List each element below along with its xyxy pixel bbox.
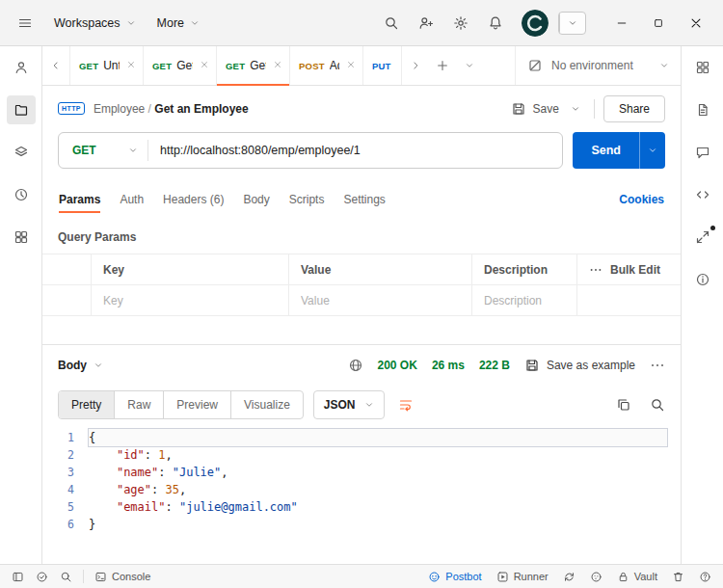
- send-options-chevron[interactable]: [639, 132, 665, 169]
- table-row: [42, 284, 681, 315]
- documentation-panel-button[interactable]: [688, 95, 717, 124]
- close-tab-icon[interactable]: [124, 57, 138, 74]
- console-button[interactable]: Console: [89, 568, 156, 586]
- upgrade-chevron[interactable]: [559, 13, 585, 34]
- settings-button[interactable]: [444, 8, 477, 39]
- main-menu-button[interactable]: [8, 8, 42, 39]
- tab-put-request[interactable]: PUT: [363, 46, 402, 85]
- help-icon: [699, 571, 711, 583]
- sidebar-item-collections[interactable]: [7, 95, 36, 124]
- maximize-button[interactable]: [640, 10, 677, 37]
- sidebar-item-environments[interactable]: [7, 138, 36, 167]
- sidebar-item-apis[interactable]: [7, 223, 36, 252]
- view-visualize-button[interactable]: Visualize: [230, 391, 303, 418]
- auto-select-agent-button[interactable]: [557, 568, 581, 586]
- postbot-button[interactable]: Postbot: [422, 568, 487, 586]
- tab-get-a[interactable]: GET Get A: [144, 46, 217, 85]
- tabs-scroll-right-button[interactable]: [402, 46, 429, 85]
- network-info-button[interactable]: [348, 358, 363, 373]
- trash-button[interactable]: [666, 568, 690, 586]
- code-line[interactable]: 5 "email": "julie@gmail.com": [42, 498, 667, 516]
- wrap-lines-button[interactable]: [394, 391, 417, 418]
- code-line[interactable]: 6}: [42, 516, 667, 533]
- code-text: "id": 1,: [89, 446, 667, 464]
- notifications-button[interactable]: [479, 8, 512, 39]
- tab-options-button[interactable]: [456, 46, 483, 85]
- tab-get-an-employee-active[interactable]: GET Get a: [217, 46, 290, 85]
- breadcrumb-collection[interactable]: Employee: [94, 102, 145, 116]
- tabs-scroll-left-button[interactable]: [42, 46, 69, 85]
- send-button[interactable]: Send: [573, 132, 639, 169]
- url-input[interactable]: [148, 133, 562, 168]
- close-tab-icon[interactable]: [198, 57, 211, 74]
- tab-body[interactable]: Body: [243, 181, 269, 217]
- bulk-edit-button[interactable]: Bulk Edit: [610, 263, 660, 277]
- info-panel-button[interactable]: [688, 265, 717, 294]
- connection-status-button[interactable]: [30, 568, 54, 586]
- more-menu[interactable]: More: [147, 11, 209, 36]
- view-preview-button[interactable]: Preview: [163, 391, 230, 418]
- key-cell: [91, 285, 288, 315]
- search-button[interactable]: [375, 8, 408, 39]
- environment-quick-look-button[interactable]: [688, 53, 717, 82]
- response-body-dropdown[interactable]: Body: [58, 359, 103, 372]
- sidebar-item-overview[interactable]: [7, 53, 36, 82]
- save-options-chevron[interactable]: [566, 98, 585, 120]
- new-tab-button[interactable]: [429, 46, 456, 85]
- view-raw-button[interactable]: Raw: [114, 391, 163, 418]
- cookies-manager-button[interactable]: [584, 568, 608, 586]
- avatar[interactable]: [522, 10, 549, 37]
- environment-selector[interactable]: No environment: [515, 46, 681, 85]
- sidebar-item-history[interactable]: [7, 180, 36, 209]
- code-editor[interactable]: 1{2 "id": 1,3 "name": "Julie",4 "age": 3…: [42, 424, 681, 564]
- bell-icon: [488, 15, 503, 31]
- param-description-input[interactable]: [484, 294, 565, 307]
- close-button[interactable]: [677, 9, 715, 38]
- response-more-options-button[interactable]: [650, 358, 665, 373]
- param-key-input[interactable]: [103, 294, 277, 307]
- status-badge[interactable]: 200 OK: [378, 359, 417, 372]
- tab-add[interactable]: POST Add: [290, 46, 363, 85]
- format-dropdown[interactable]: JSON: [313, 390, 385, 419]
- invite-button[interactable]: [410, 8, 442, 39]
- workspaces-menu[interactable]: Workspaces: [44, 11, 146, 36]
- search-response-button[interactable]: [650, 397, 665, 413]
- share-button[interactable]: Share: [603, 95, 665, 122]
- vault-button[interactable]: Vault: [611, 568, 663, 586]
- close-tab-icon[interactable]: [271, 57, 284, 74]
- cookie-icon: [590, 571, 602, 583]
- view-pretty-button[interactable]: Pretty: [59, 391, 114, 418]
- response-time[interactable]: 26 ms: [432, 359, 465, 372]
- code-snippet-panel-button[interactable]: [688, 180, 717, 209]
- param-value-input[interactable]: [301, 294, 460, 307]
- breadcrumb-request-name[interactable]: Get an Employee: [154, 102, 248, 116]
- tab-scripts[interactable]: Scripts: [289, 181, 325, 217]
- close-tab-icon[interactable]: [344, 57, 358, 74]
- more-options-icon[interactable]: [589, 263, 602, 277]
- help-button[interactable]: [693, 568, 717, 586]
- tab-auth[interactable]: Auth: [120, 181, 144, 217]
- copy-response-button[interactable]: [616, 397, 631, 413]
- tab-label: Untitl: [103, 59, 120, 72]
- code-line[interactable]: 3 "name": "Julie",: [42, 464, 667, 481]
- related-requests-button[interactable]: [688, 223, 717, 252]
- value-cell: [288, 285, 471, 315]
- tab-params[interactable]: Params: [59, 181, 100, 217]
- toggle-sidebar-button[interactable]: [6, 568, 30, 586]
- tab-headers[interactable]: Headers (6): [163, 181, 224, 217]
- code-line[interactable]: 2 "id": 1,: [42, 446, 667, 464]
- comments-panel-button[interactable]: [688, 138, 717, 167]
- find-replace-button[interactable]: [54, 568, 78, 586]
- code-line[interactable]: 1{: [42, 429, 667, 446]
- runner-button[interactable]: Runner: [491, 568, 554, 586]
- tab-method: GET: [79, 61, 98, 71]
- tab-untitled-request[interactable]: GET Untitl: [70, 46, 144, 85]
- cookies-link[interactable]: Cookies: [619, 193, 664, 206]
- save-as-example-button[interactable]: Save as example: [524, 358, 635, 373]
- minimize-button[interactable]: [603, 10, 640, 37]
- tab-settings[interactable]: Settings: [343, 181, 385, 217]
- code-line[interactable]: 4 "age": 35,: [42, 481, 667, 498]
- save-button[interactable]: Save: [504, 95, 566, 122]
- method-selector[interactable]: GET: [59, 133, 147, 168]
- response-size[interactable]: 222 B: [479, 359, 510, 372]
